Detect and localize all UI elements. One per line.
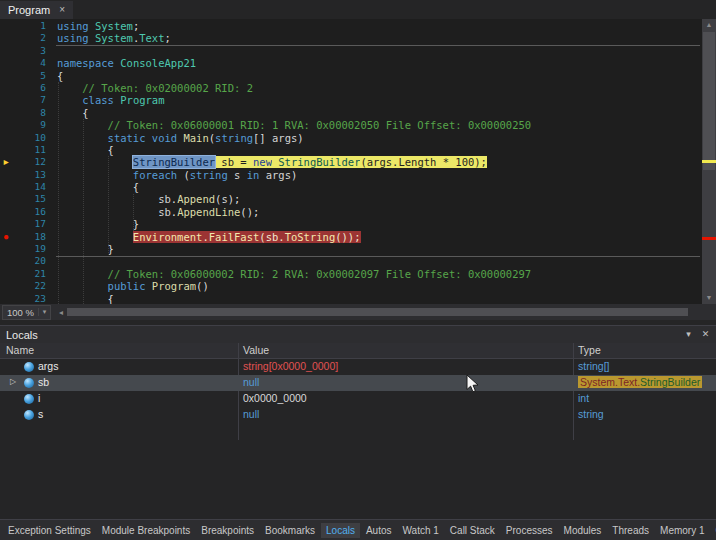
tool-tab-locals[interactable]: Locals xyxy=(321,523,360,538)
code-token: { xyxy=(57,70,63,82)
vertical-scrollbar[interactable]: ▲ ▼ xyxy=(702,19,716,304)
locals-row-i[interactable]: i0x0000_0000int xyxy=(0,391,716,407)
code-token: Program xyxy=(120,94,164,106)
code-line[interactable]: ●18 Environment.FailFast(sb.ToString()); xyxy=(0,231,702,243)
code-line[interactable]: 14 { xyxy=(0,181,702,193)
zoom-dropdown-icon[interactable]: ▾ xyxy=(38,308,50,316)
breakpoint-margin[interactable] xyxy=(0,94,16,106)
locals-value-cell[interactable]: string[0x0000_0000] xyxy=(243,360,338,372)
code-line[interactable]: 13 foreach (string s in args) xyxy=(0,169,702,181)
code-line[interactable]: 4namespace ConsoleApp21 xyxy=(0,57,702,69)
locals-value-cell[interactable]: null xyxy=(243,408,259,420)
breakpoint-margin[interactable] xyxy=(0,255,16,267)
breakpoint-margin[interactable] xyxy=(0,280,16,292)
code-line[interactable]: 2using System.Text; xyxy=(0,32,702,44)
code-editor[interactable]: 1using System;2using System.Text;34names… xyxy=(0,19,702,304)
vertical-scrollbar-thumb[interactable] xyxy=(703,32,715,170)
editor-bottom-bar: 100 % ▾ ◂ xyxy=(0,304,716,320)
breakpoint-margin[interactable] xyxy=(0,206,16,218)
tab-close-icon[interactable]: × xyxy=(59,5,65,15)
breakpoint-margin[interactable]: ► xyxy=(0,156,16,168)
locals-grid-header[interactable]: Name Value Type xyxy=(0,343,716,359)
breakpoint-margin[interactable] xyxy=(0,20,16,32)
code-line[interactable]: 7 class Program xyxy=(0,94,702,106)
tool-tab-modules[interactable]: Modules xyxy=(559,523,607,538)
code-line[interactable]: 5{ xyxy=(0,70,702,82)
code-text: { xyxy=(57,144,114,156)
horizontal-scrollbar[interactable] xyxy=(67,304,701,320)
column-header-type[interactable]: Type xyxy=(578,344,601,356)
scroll-left-icon[interactable]: ◂ xyxy=(59,308,63,317)
code-token: ConsoleApp21 xyxy=(120,57,196,69)
breakpoint-margin[interactable] xyxy=(0,119,16,131)
code-line[interactable]: 10 static void Main(string[] args) xyxy=(0,132,702,144)
code-token: static xyxy=(108,132,146,144)
locals-value-cell[interactable]: 0x0000_0000 xyxy=(243,392,307,404)
scroll-up-icon[interactable]: ▲ xyxy=(702,19,716,31)
code-line[interactable]: 16 sb.AppendLine(); xyxy=(0,206,702,218)
zoom-combobox[interactable]: 100 % ▾ xyxy=(2,305,51,320)
breakpoint-margin[interactable] xyxy=(0,169,16,181)
tool-tab-exception-settings[interactable]: Exception Settings xyxy=(3,523,96,538)
breakpoint-margin[interactable] xyxy=(0,268,16,280)
locals-row-s[interactable]: snullstring xyxy=(0,407,716,423)
locals-row-sb[interactable]: ▷sbnullSystem.Text.StringBuilder xyxy=(0,375,716,391)
breakpoint-icon[interactable]: ● xyxy=(3,231,9,243)
column-header-name[interactable]: Name xyxy=(6,344,34,356)
scroll-down-icon[interactable]: ▼ xyxy=(702,292,716,304)
tab-program[interactable]: Program × xyxy=(0,1,73,20)
breakpoint-margin[interactable] xyxy=(0,82,16,94)
tool-tab-memory-1[interactable]: Memory 1 xyxy=(655,523,709,538)
tool-tab-watch-1[interactable]: Watch 1 xyxy=(398,523,444,538)
breakpoint-margin[interactable] xyxy=(0,144,16,156)
tool-tab-call-stack[interactable]: Call Stack xyxy=(445,523,500,538)
breakpoint-margin[interactable] xyxy=(0,45,16,57)
column-header-value[interactable]: Value xyxy=(243,344,269,356)
tool-tab-breakpoints[interactable]: Breakpoints xyxy=(196,523,259,538)
breakpoint-margin[interactable] xyxy=(0,107,16,119)
code-line[interactable]: 21 // Token: 0x06000002 RID: 2 RVA: 0x00… xyxy=(0,268,702,280)
breakpoint-margin[interactable]: ● xyxy=(0,231,16,243)
locals-value-cell[interactable]: null xyxy=(243,376,259,388)
breakpoint-margin[interactable] xyxy=(0,218,16,230)
breakpoint-margin[interactable] xyxy=(0,293,16,304)
code-line[interactable]: 22 public Program() xyxy=(0,280,702,292)
breakpoint-margin[interactable] xyxy=(0,181,16,193)
code-line[interactable]: 3 xyxy=(0,45,702,57)
locals-panel: Locals ▾ ✕ Name Value Type argsstring[0x… xyxy=(0,325,716,519)
close-icon[interactable]: ✕ xyxy=(698,327,713,342)
tool-tab-output[interactable]: Output xyxy=(711,523,716,538)
tool-tab-threads[interactable]: Threads xyxy=(607,523,654,538)
code-line[interactable]: 6 // Token: 0x02000002 RID: 2 xyxy=(0,82,702,94)
breakpoint-margin[interactable] xyxy=(0,243,16,255)
horizontal-scrollbar-thumb[interactable] xyxy=(67,308,688,316)
breakpoint-margin[interactable] xyxy=(0,57,16,69)
breakpoint-margin[interactable] xyxy=(0,132,16,144)
line-number: 23 xyxy=(16,293,46,304)
tool-tab-bookmarks[interactable]: Bookmarks xyxy=(260,523,320,538)
code-token: new xyxy=(253,156,272,168)
code-line[interactable]: ►12 StringBuilder sb = new StringBuilder… xyxy=(0,156,702,168)
code-line[interactable]: 11 { xyxy=(0,144,702,156)
locals-title-bar[interactable]: Locals ▾ ✕ xyxy=(0,326,716,343)
code-lines: 1using System;2using System.Text;34names… xyxy=(0,19,702,304)
tool-tab-module-breakpoints[interactable]: Module Breakpoints xyxy=(97,523,195,538)
code-line[interactable]: 15 sb.Append(s); xyxy=(0,193,702,205)
code-line[interactable]: 20 xyxy=(0,255,702,267)
locals-row-args[interactable]: argsstring[0x0000_0000]string[] xyxy=(0,359,716,375)
code-token: ; xyxy=(165,32,171,44)
code-line[interactable]: 23 { xyxy=(0,293,702,304)
code-line[interactable]: 9 // Token: 0x06000001 RID: 1 RVA: 0x000… xyxy=(0,119,702,131)
code-line[interactable]: 17 } xyxy=(0,218,702,230)
code-line[interactable]: 8 { xyxy=(0,107,702,119)
breakpoint-margin[interactable] xyxy=(0,32,16,44)
tool-tab-autos[interactable]: Autos xyxy=(361,523,397,538)
value-token: null xyxy=(243,408,259,420)
expander-icon[interactable]: ▷ xyxy=(10,377,16,386)
breakpoint-margin[interactable] xyxy=(0,70,16,82)
chevron-down-icon[interactable]: ▾ xyxy=(681,327,696,342)
code-line[interactable]: 1using System; xyxy=(0,20,702,32)
breakpoint-margin[interactable] xyxy=(0,193,16,205)
tool-tab-processes[interactable]: Processes xyxy=(501,523,558,538)
code-line[interactable]: 19 } xyxy=(0,243,702,255)
